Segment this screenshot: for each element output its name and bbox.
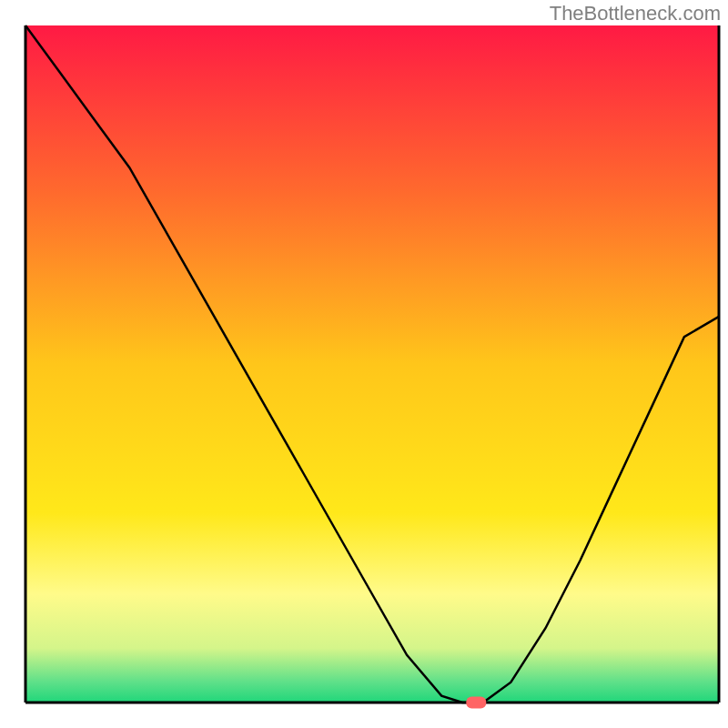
- chart-container: TheBottleneck.com: [0, 0, 728, 728]
- plot-background: [25, 25, 719, 703]
- optimum-marker: [466, 697, 486, 709]
- watermark-text: TheBottleneck.com: [550, 2, 721, 25]
- bottleneck-chart: [0, 0, 728, 728]
